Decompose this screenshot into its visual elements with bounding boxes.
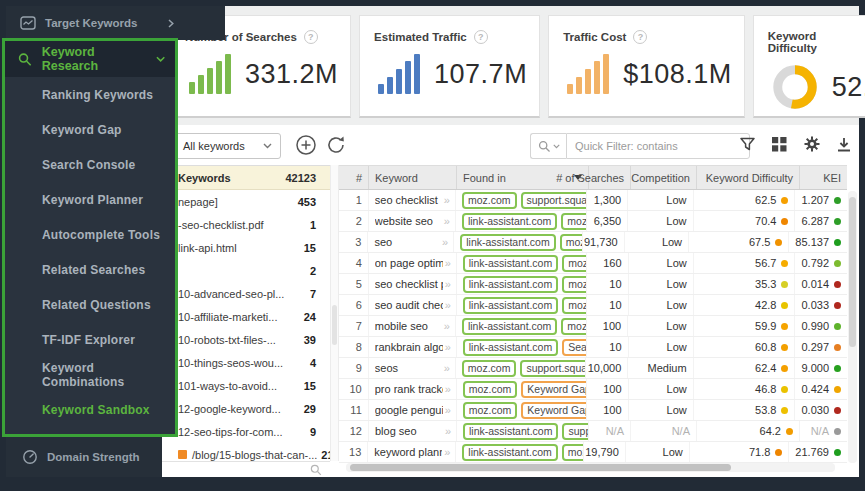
- research-menu-item[interactable]: Keyword Combinations: [5, 357, 175, 392]
- table-vertical-scrollbar[interactable]: [848, 191, 857, 463]
- keyword-cell[interactable]: keyword planner »: [368, 442, 456, 462]
- funnel-icon[interactable]: [740, 137, 755, 152]
- table-row[interactable]: 3 seo » link-assistant.com moz.c 91,730 …: [339, 232, 847, 253]
- found-in-tag[interactable]: link-assistant.com: [462, 444, 557, 461]
- keyword-cell[interactable]: blog seo »: [369, 421, 457, 441]
- sidebar-item-keyword-research[interactable]: Keyword Research: [5, 41, 175, 77]
- research-menu-item[interactable]: Related Searches: [5, 252, 175, 287]
- found-in-tag[interactable]: Keyword Gap: [521, 381, 587, 398]
- found-in-tag[interactable]: link-assistant.com: [463, 255, 558, 272]
- found-in-tag[interactable]: moz.c: [560, 234, 583, 251]
- keyword-cell[interactable]: website seo »: [369, 211, 456, 231]
- found-in-tag[interactable]: moz.c: [562, 444, 584, 461]
- found-in-tag[interactable]: moz.c: [562, 297, 587, 314]
- column-header-num[interactable]: #: [339, 166, 369, 189]
- found-in-tag[interactable]: moz.com: [462, 360, 517, 377]
- research-menu-item[interactable]: Related Questions: [5, 287, 175, 322]
- table-row[interactable]: 4 on page optimi... » link-assistant.com…: [339, 253, 847, 274]
- found-in-tag[interactable]: Search: [562, 339, 587, 356]
- found-in-tag[interactable]: link-assistant.com: [463, 297, 558, 314]
- double-chevron-icon[interactable]: »: [445, 383, 450, 395]
- keyword-cell[interactable]: rankbrain algori... »: [369, 337, 457, 357]
- keyword-cell[interactable]: seo checklist »: [369, 190, 456, 210]
- double-chevron-icon[interactable]: »: [444, 194, 449, 206]
- table-row[interactable]: 5 seo checklist pdf » link-assistant.com…: [339, 274, 847, 295]
- help-icon[interactable]: ?: [633, 30, 647, 44]
- keyword-cell[interactable]: seo audit chec... »: [369, 295, 457, 315]
- found-in-tag[interactable]: link-assistant.com: [463, 276, 558, 293]
- column-header-keyword[interactable]: Keyword: [369, 166, 457, 189]
- keyword-cell[interactable]: on page optimi... »: [369, 253, 457, 273]
- table-horizontal-scrollbar[interactable]: [346, 463, 835, 472]
- quick-filter-mode-dropdown[interactable]: [530, 133, 566, 159]
- research-menu-item[interactable]: Keyword Sandbox: [5, 392, 175, 427]
- keyword-cell[interactable]: seo »: [368, 232, 454, 252]
- table-row[interactable]: 9 seos » moz.com support.square 10,000 M…: [339, 358, 847, 379]
- help-icon[interactable]: ?: [474, 30, 488, 44]
- keyword-group-item[interactable]: 10-advanced-seo-pl... 7: [162, 282, 330, 305]
- column-header-kei[interactable]: KEI: [800, 166, 847, 189]
- found-in-tag[interactable]: link-assistant.com: [463, 339, 558, 356]
- quick-filter-input[interactable]: [566, 133, 750, 159]
- keyword-group-item[interactable]: 10-things-seos-wou... 4: [162, 351, 330, 374]
- found-in-tag[interactable]: link-assistant.com: [460, 234, 555, 251]
- double-chevron-icon[interactable]: »: [445, 278, 450, 290]
- found-in-tag[interactable]: support.square: [520, 360, 586, 377]
- found-in-tag[interactable]: moz.c: [562, 276, 587, 293]
- research-menu-item[interactable]: Search Console: [5, 147, 175, 182]
- research-menu-item[interactable]: Keyword Gap: [5, 112, 175, 147]
- found-in-tag[interactable]: moz.c: [561, 318, 586, 335]
- keyword-cell[interactable]: seos »: [369, 358, 456, 378]
- keyword-group-item[interactable]: 12-seo-tips-for-com... 9: [162, 420, 330, 443]
- table-row[interactable]: 13 keyword planner » link-assistant.com …: [339, 442, 847, 463]
- table-row[interactable]: 12 blog seo » link-assistant.com suppor …: [339, 421, 847, 442]
- keyword-group-item[interactable]: 12-google-keyword... 29: [162, 397, 330, 420]
- keywords-panel-search[interactable]: [162, 461, 330, 477]
- found-in-tag[interactable]: link-assistant.com: [462, 213, 557, 230]
- found-in-tag[interactable]: link-assistant.com: [462, 318, 557, 335]
- found-in-tag[interactable]: moz.com: [463, 402, 518, 419]
- keyword-group-item[interactable]: link-api.html 15: [162, 236, 330, 259]
- table-row[interactable]: 10 pro rank tracker » moz.com Keyword Ga…: [339, 379, 847, 400]
- keyword-group-item[interactable]: 101-ways-to-avoid... 15: [162, 374, 330, 397]
- found-in-tag[interactable]: moz.c: [561, 213, 586, 230]
- keyword-group-item[interactable]: 10-robots-txt-files-... 39: [162, 328, 330, 351]
- research-menu-item[interactable]: TF-IDF Explorer: [5, 322, 175, 357]
- sidebar-item-domain-strength[interactable]: Domain Strength: [6, 443, 162, 471]
- keyword-group-item[interactable]: nepage] 453: [162, 190, 330, 213]
- double-chevron-icon[interactable]: »: [445, 425, 450, 437]
- download-icon[interactable]: [837, 137, 851, 152]
- table-row[interactable]: 2 website seo » link-assistant.com moz.c…: [339, 211, 847, 232]
- sidebar-item-target-keywords[interactable]: Target Keywords: [6, 6, 225, 40]
- table-row[interactable]: 11 google penguin » moz.com Keyword Gap …: [339, 400, 847, 421]
- research-menu-item[interactable]: Autocomplete Tools: [5, 217, 175, 252]
- panel-scrollbar-handle[interactable]: [332, 305, 337, 345]
- double-chevron-icon[interactable]: »: [444, 446, 449, 458]
- keyword-cell[interactable]: mobile seo »: [369, 316, 456, 336]
- double-chevron-icon[interactable]: »: [445, 299, 450, 311]
- add-keywords-button[interactable]: [295, 134, 317, 156]
- found-in-tag[interactable]: Keyword Gap: [521, 402, 587, 419]
- help-icon[interactable]: ?: [304, 30, 318, 44]
- found-in-tag[interactable]: moz.com: [462, 192, 517, 209]
- panel-scrollbar[interactable]: [330, 165, 339, 461]
- table-row[interactable]: 1 seo checklist » moz.com support.square…: [339, 190, 847, 211]
- keyword-group-item[interactable]: 2: [162, 259, 330, 282]
- table-row[interactable]: 8 rankbrain algori... » link-assistant.c…: [339, 337, 847, 358]
- double-chevron-icon[interactable]: »: [444, 362, 449, 374]
- keyword-cell[interactable]: pro rank tracker »: [369, 379, 457, 399]
- double-chevron-icon[interactable]: »: [442, 236, 447, 248]
- keyword-scope-select[interactable]: All keywords: [174, 133, 281, 159]
- double-chevron-icon[interactable]: »: [445, 257, 450, 269]
- grid-icon[interactable]: [772, 137, 787, 152]
- table-row[interactable]: 7 mobile seo » link-assistant.com moz.c …: [339, 316, 847, 337]
- gear-icon[interactable]: [804, 136, 820, 152]
- found-in-tag[interactable]: suppor: [562, 423, 589, 440]
- column-header-difficulty[interactable]: Keyword Difficulty: [697, 166, 800, 189]
- keywords-panel-header[interactable]: Keywords 42123: [162, 166, 330, 190]
- refresh-button[interactable]: [325, 134, 347, 156]
- keyword-cell[interactable]: seo checklist pdf »: [369, 274, 457, 294]
- double-chevron-icon[interactable]: »: [445, 341, 450, 353]
- found-in-tag[interactable]: support.square: [521, 192, 587, 209]
- double-chevron-icon[interactable]: »: [444, 320, 449, 332]
